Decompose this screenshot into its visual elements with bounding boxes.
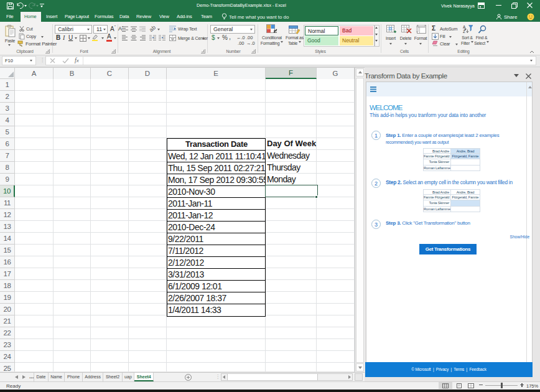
svg-text:A: A	[463, 25, 466, 29]
svg-text:Z: Z	[463, 29, 465, 34]
